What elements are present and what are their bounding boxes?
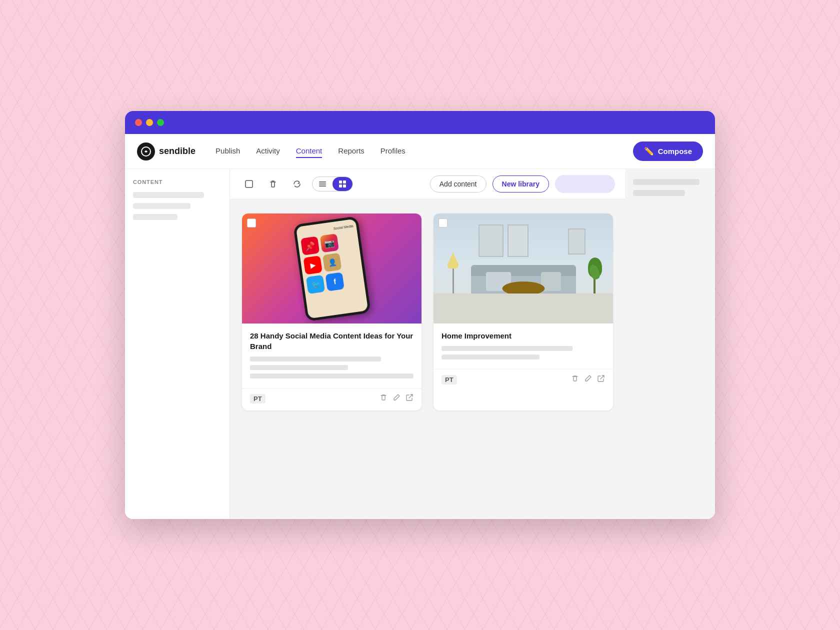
table-row: Social Media 📌 📷 ▶ 👤 🐦 f (242, 214, 422, 410)
nav-content[interactable]: Content (296, 144, 322, 158)
card-desc-2 (250, 365, 348, 370)
content-area: Add content New library Social Media (230, 169, 625, 519)
nav-links: Publish Activity Content Reports Profile… (216, 144, 633, 158)
table-row: Home Improvement PT (434, 214, 613, 410)
card-external-icon-2[interactable] (597, 374, 605, 384)
nav-bar: sendible Publish Activity Content Report… (125, 134, 715, 169)
card-desc-5 (442, 354, 540, 360)
sidebar-skeleton-1 (133, 192, 204, 198)
card-image-interior (434, 214, 613, 324)
card-actions-2 (571, 374, 605, 384)
card-delete-icon-2[interactable] (571, 374, 579, 384)
pencil-icon: ✏️ (644, 146, 654, 156)
card-image-social: Social Media 📌 📷 ▶ 👤 🐦 f (242, 214, 422, 324)
filter-button[interactable] (555, 175, 615, 193)
sidebar-skeleton-2 (133, 203, 190, 209)
sidebar-title: CONTENT (133, 179, 222, 185)
card-actions-1 (380, 394, 414, 404)
logo-text: sendible (159, 146, 196, 156)
nav-reports[interactable]: Reports (338, 144, 364, 158)
sidebar: CONTENT (125, 169, 230, 519)
right-panel (625, 169, 715, 519)
add-content-button[interactable]: Add content (430, 176, 486, 192)
svg-rect-5 (339, 180, 342, 184)
card-desc-1 (250, 356, 381, 362)
card-delete-icon-1[interactable] (380, 394, 388, 404)
svg-rect-1 (246, 180, 252, 188)
right-skeleton-2 (633, 190, 685, 196)
card-edit-icon-1[interactable] (392, 394, 400, 404)
grid-view-button[interactable] (332, 177, 352, 191)
view-toggle (312, 176, 353, 192)
right-skeleton-1 (633, 179, 700, 185)
traffic-light-red[interactable] (135, 119, 142, 126)
logo-icon (137, 142, 155, 160)
card-footer-1: PT (242, 388, 422, 410)
card-desc-4 (442, 346, 572, 351)
card-edit-icon-2[interactable] (584, 374, 592, 384)
svg-rect-3 (319, 184, 326, 184)
card-checkbox-2[interactable] (438, 218, 448, 228)
compose-button[interactable]: ✏️ Compose (633, 142, 703, 161)
traffic-light-yellow[interactable] (146, 119, 153, 126)
card-external-icon-1[interactable] (406, 394, 414, 404)
checkbox-icon (244, 180, 254, 188)
grid-icon (338, 180, 346, 188)
svg-rect-7 (339, 184, 342, 188)
list-icon (318, 180, 326, 188)
card-title-1: 28 Handy Social Media Content Ideas for … (250, 330, 414, 352)
svg-rect-6 (343, 180, 346, 184)
nav-publish[interactable]: Publish (216, 144, 240, 158)
new-library-button[interactable]: New library (492, 176, 549, 192)
browser-window: sendible Publish Activity Content Report… (125, 111, 715, 519)
svg-rect-8 (343, 184, 346, 188)
trash-icon (268, 180, 278, 188)
cards-grid: Social Media 📌 📷 ▶ 👤 🐦 f (230, 200, 625, 424)
card-tag-2: PT (442, 375, 457, 384)
main-layout: CONTENT (125, 169, 715, 519)
logo: sendible (137, 142, 196, 160)
toolbar: Add content New library (230, 169, 625, 200)
svg-rect-4 (319, 186, 326, 186)
card-tag-1: PT (250, 394, 266, 404)
select-all-button[interactable] (240, 175, 258, 193)
card-checkbox-1[interactable] (247, 218, 256, 228)
delete-button[interactable] (264, 175, 282, 193)
phone-mockup: Social Media 📌 📷 ▶ 👤 🐦 f (293, 216, 371, 321)
card-body-1: 28 Handy Social Media Content Ideas for … (242, 324, 422, 388)
title-bar (125, 111, 715, 134)
card-footer-2: PT (434, 369, 613, 392)
nav-activity[interactable]: Activity (256, 144, 280, 158)
traffic-light-green[interactable] (157, 119, 164, 126)
list-view-button[interactable] (312, 177, 332, 191)
refresh-icon (292, 180, 302, 188)
sidebar-skeleton-3 (133, 214, 178, 220)
card-title-2: Home Improvement (442, 330, 605, 341)
nav-profiles[interactable]: Profiles (380, 144, 406, 158)
svg-rect-2 (319, 182, 326, 182)
card-desc-3 (250, 374, 414, 378)
card-body-2: Home Improvement (434, 324, 613, 369)
refresh-button[interactable] (288, 175, 306, 193)
